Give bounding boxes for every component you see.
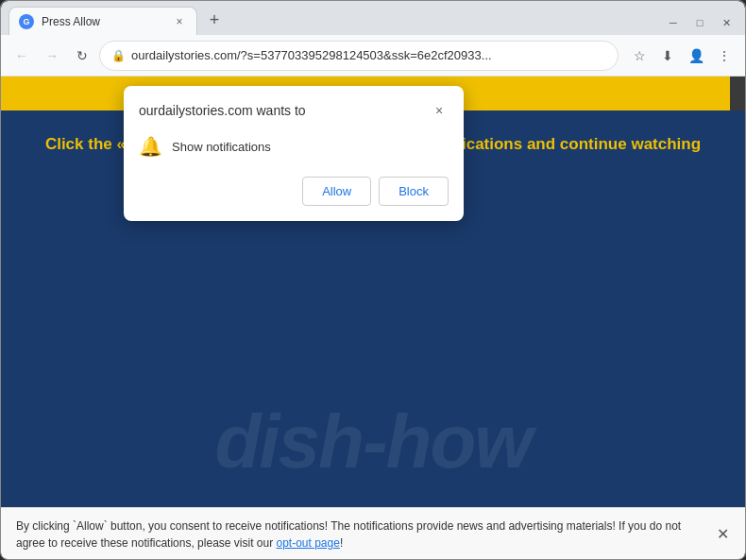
lock-icon: 🔒 [111,49,126,62]
address-bar-row: ← → ↻ 🔒 ourdailystories.com/?s=537703395… [1,35,745,76]
address-bar-actions: ☆ ⬇ 👤 ⋮ [626,42,738,69]
block-button[interactable]: Block [379,177,449,206]
download-button[interactable]: ⬇ [654,42,681,69]
menu-button[interactable]: ⋮ [711,42,738,69]
bell-icon: 🔔 [139,135,162,158]
dialog-buttons: Allow Block [139,177,449,206]
notification-text: By clicking `Allow` button, you consent … [16,519,681,550]
tab-strip: G Press Allow × + ─ □ ✕ [1,1,745,35]
bookmark-button[interactable]: ☆ [626,42,653,69]
address-bar[interactable]: 🔒 ourdailystories.com/?s=537703395298124… [99,41,619,71]
tab-close-button[interactable]: × [172,14,187,29]
maximize-button[interactable]: □ [688,14,711,31]
dialog-header: ourdailystories.com wants to × [139,101,449,120]
opt-out-link[interactable]: opt-out page [276,536,339,550]
back-button[interactable]: ← [8,42,35,69]
page-content: 98% Click the «Allow» button to subscrib… [1,76,745,560]
allow-button[interactable]: Allow [302,177,371,206]
permission-dialog: ourdailystories.com wants to × 🔔 Show no… [124,86,464,221]
background-watermark: dish-how [1,399,745,485]
notification-suffix: ! [340,536,343,550]
minimize-button[interactable]: ─ [662,14,685,31]
watermark-text: dish-how [214,399,531,485]
browser-window: G Press Allow × + ─ □ ✕ ← → ↻ 🔒 ourdaily… [1,1,745,560]
browser-tab[interactable]: G Press Allow × [8,7,197,35]
notification-bar: By clicking `Allow` button, you consent … [1,507,745,560]
account-button[interactable]: 👤 [683,42,709,69]
tab-title: Press Allow [42,15,164,28]
close-button[interactable]: ✕ [715,14,738,31]
url-text: ourdailystories.com/?s=53770339529812450… [131,48,606,62]
reload-button[interactable]: ↻ [69,42,95,69]
new-tab-button[interactable]: + [201,7,228,33]
dialog-close-button[interactable]: × [430,101,449,120]
dialog-permission-row: 🔔 Show notifications [139,131,449,161]
dialog-site-text: ourdailystories.com wants to [139,103,306,118]
forward-button[interactable]: → [39,42,65,69]
tab-favicon: G [19,14,34,29]
notification-close-button[interactable]: ✕ [711,523,734,546]
window-controls: ─ □ ✕ [228,14,738,35]
permission-text: Show notifications [172,140,271,154]
